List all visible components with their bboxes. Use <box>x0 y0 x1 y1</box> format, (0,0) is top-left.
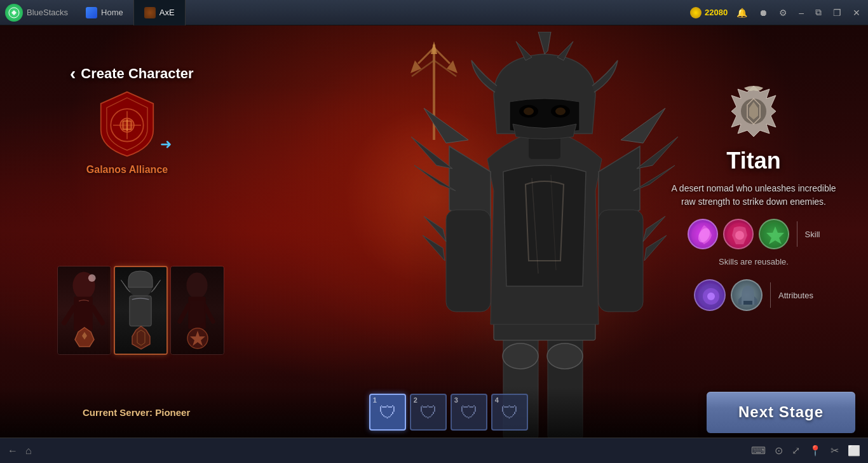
back-taskbar-button[interactable]: ← <box>8 445 18 457</box>
bottom-bar: Current Server: Pioneer 1 🛡 2 🛡 3 🛡 4 🛡 … <box>0 387 868 438</box>
svg-point-60 <box>735 231 744 240</box>
char-emblem-1 <box>72 326 97 351</box>
svg-marker-48 <box>516 41 532 60</box>
server-name: Pioneer <box>155 407 190 418</box>
char-emblem-3 <box>185 326 210 351</box>
svg-rect-40 <box>446 210 491 312</box>
svg-point-32 <box>547 343 583 369</box>
outfit-slot-2[interactable]: 2 🛡 <box>410 394 447 431</box>
attribute-icon-1[interactable] <box>694 279 726 311</box>
svg-marker-47 <box>538 32 551 54</box>
server-info: Current Server: Pioneer <box>83 407 190 418</box>
outfit-slot-num-1: 1 <box>373 396 377 404</box>
restore-button[interactable]: ⧉ <box>813 6 824 19</box>
skills-note: Skills are reusable. <box>719 257 789 266</box>
back-arrow-icon: ‹ <box>70 64 76 84</box>
settings-icon[interactable]: ⚙ <box>776 6 790 19</box>
tab-axe[interactable]: AxE <box>134 0 186 25</box>
outfit-icon-3: 🛡 <box>460 402 478 423</box>
char-emblem-2 <box>128 325 154 350</box>
skills-label: Skill <box>805 230 820 239</box>
attributes-label: Attributes <box>778 291 813 300</box>
character-portrait-2 <box>115 267 166 354</box>
app-logo <box>5 4 23 22</box>
left-panel: ➜ Galanos Alliance <box>64 89 191 176</box>
axe-tab-label: AxE <box>159 8 175 17</box>
selection-arrow-icon: ➜ <box>160 136 172 153</box>
titlebar-right: 22080 🔔 ⏺ ⚙ – ⧉ ❐ ✕ <box>690 6 863 19</box>
page-title: Create Character <box>81 66 193 82</box>
svg-line-16 <box>64 307 74 322</box>
next-stage-button[interactable]: Next Stage <box>707 392 855 433</box>
svg-point-18 <box>88 274 96 282</box>
home-taskbar-button[interactable]: ⌂ <box>25 445 32 457</box>
faction-name: Galanos Alliance <box>86 164 168 176</box>
server-label: Current Server: <box>83 407 153 418</box>
right-panel: Titan A desert nomad who unleashes incre… <box>665 83 843 311</box>
svg-point-53 <box>555 107 566 115</box>
outfit-icon-1: 🛡 <box>379 402 397 423</box>
skills-divider <box>797 221 797 247</box>
maximize-button[interactable]: ❐ <box>831 6 844 19</box>
svg-line-25 <box>180 305 189 321</box>
axe-tab-icon <box>144 7 156 18</box>
attributes-divider <box>770 282 771 308</box>
outfit-icon-2: 🛡 <box>419 402 437 423</box>
character-selection <box>57 266 224 355</box>
close-button[interactable]: ✕ <box>850 6 863 19</box>
outfit-slot-num-2: 2 <box>414 396 417 404</box>
keyboard-icon[interactable]: ⌨ <box>751 445 766 457</box>
character-portrait-3 <box>171 266 224 354</box>
outfit-selector: 1 🛡 2 🛡 3 🛡 4 🛡 <box>369 394 528 431</box>
window-icon[interactable]: ⬜ <box>848 445 860 457</box>
back-button[interactable]: ‹ Create Character <box>70 64 194 84</box>
minimize-button[interactable]: – <box>796 6 806 19</box>
attribute-icon-2[interactable] <box>731 279 763 311</box>
class-emblem <box>725 83 782 140</box>
coins-display: 22080 <box>690 7 728 18</box>
game-area: ‹ Create Character ➜ Ga <box>0 25 868 438</box>
character-card-1[interactable] <box>57 266 111 355</box>
skill-icon-1[interactable] <box>688 219 718 249</box>
attributes-row: Attributes <box>694 279 813 311</box>
class-name: Titan <box>726 148 780 174</box>
skill-icon-3[interactable] <box>759 219 789 249</box>
outfit-slot-num-3: 3 <box>454 396 458 404</box>
svg-point-52 <box>524 107 534 115</box>
location-icon[interactable]: 📍 <box>809 445 822 457</box>
outfit-icon-4: 🛡 <box>501 402 519 423</box>
app-name: BlueStacks <box>27 8 68 17</box>
coin-icon <box>690 7 702 18</box>
svg-marker-49 <box>557 41 573 60</box>
svg-point-64 <box>707 293 715 300</box>
taskbar: ← ⌂ ⌨ ⊙ ⤢ 📍 ✂ ⬜ <box>0 438 868 463</box>
skill-icon-2[interactable] <box>723 219 754 249</box>
coins-value: 22080 <box>705 8 728 17</box>
record-icon[interactable]: ⏺ <box>756 6 770 19</box>
tab-home[interactable]: Home <box>76 0 134 25</box>
svg-rect-41 <box>599 210 643 312</box>
svg-point-23 <box>186 272 207 298</box>
svg-point-31 <box>503 343 538 369</box>
class-description: A desert nomad who unleashes incredible … <box>671 182 836 209</box>
svg-line-17 <box>93 307 103 322</box>
character-card-3[interactable] <box>170 266 224 355</box>
tabs-area: Home AxE <box>76 0 690 25</box>
taskbar-right: ⌨ ⊙ ⤢ 📍 ✂ ⬜ <box>751 445 860 457</box>
cut-icon[interactable]: ✂ <box>831 445 839 457</box>
svg-rect-22 <box>130 296 151 326</box>
outfit-slot-3[interactable]: 3 🛡 <box>451 394 487 431</box>
display-icon[interactable]: ⊙ <box>775 445 783 457</box>
title-bar: BlueStacks Home AxE 22080 🔔 ⏺ ⚙ – ⧉ ❐ ✕ <box>0 0 868 25</box>
skills-row: Skill <box>688 219 820 249</box>
svg-line-26 <box>205 305 214 321</box>
outfit-slot-4[interactable]: 4 🛡 <box>491 394 528 431</box>
notification-icon[interactable]: 🔔 <box>734 6 750 19</box>
fullscreen-icon[interactable]: ⤢ <box>792 445 800 457</box>
outfit-slot-1[interactable]: 1 🛡 <box>369 394 406 431</box>
faction-emblem[interactable]: ➜ <box>92 89 162 159</box>
character-card-2[interactable] <box>114 266 168 355</box>
character-portrait-1 <box>58 266 111 354</box>
outfit-slot-num-4: 4 <box>495 396 499 404</box>
home-tab-icon <box>86 7 97 18</box>
